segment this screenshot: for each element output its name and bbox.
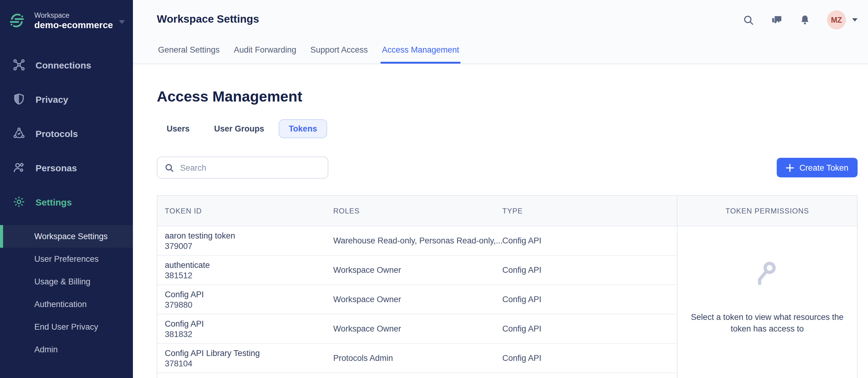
sidebar-item-label: Settings bbox=[35, 197, 72, 207]
subnav-label: Admin bbox=[34, 345, 58, 354]
sidebar-item-label: Protocols bbox=[35, 128, 78, 139]
page-title: Access Management bbox=[157, 88, 868, 105]
sidebar-item-label: Personas bbox=[35, 162, 77, 173]
subnav-item-authentication[interactable]: Authentication bbox=[0, 293, 133, 316]
workspace-info: Workspace demo-ecommerce bbox=[34, 11, 116, 30]
key-icon bbox=[753, 260, 781, 290]
token-id: 381512 bbox=[165, 270, 333, 280]
table-row[interactable]: aaron testing token 379007 Warehouse Rea… bbox=[157, 226, 677, 256]
workspace-caret-down-icon[interactable] bbox=[118, 15, 126, 27]
subnav-item-workspace-settings[interactable]: Workspace Settings bbox=[0, 225, 133, 248]
app-root: Workspace demo-ecommerce Connections bbox=[0, 0, 868, 378]
subnav-label: Authentication bbox=[34, 300, 87, 309]
token-roles: Protocols Admin bbox=[333, 353, 502, 363]
table-row[interactable]: Config API Library Testing 378104 Protoc… bbox=[157, 344, 677, 373]
shield-icon bbox=[12, 92, 26, 106]
tab-users[interactable]: Users bbox=[157, 119, 199, 138]
tab-user-groups[interactable]: User Groups bbox=[204, 119, 274, 138]
plus-icon bbox=[786, 164, 794, 172]
table-row[interactable]: Config API 379880 Workspace Owner Config… bbox=[157, 285, 677, 314]
token-type: Config API bbox=[502, 324, 541, 333]
subnav-item-usage-billing[interactable]: Usage & Billing bbox=[0, 270, 133, 293]
sidebar-item-label: Connections bbox=[35, 60, 91, 70]
token-name: Config API bbox=[165, 289, 333, 299]
bell-icon[interactable] bbox=[799, 14, 811, 26]
table-row[interactable]: authenticate 381512 Workspace Owner Conf… bbox=[157, 256, 677, 285]
token-name: aaron testing token bbox=[165, 230, 333, 241]
tab-audit-forwarding[interactable]: Audit Forwarding bbox=[234, 45, 296, 64]
subnav-item-end-user-privacy[interactable]: End User Privacy bbox=[0, 316, 133, 338]
create-token-button[interactable]: Create Token bbox=[777, 158, 858, 177]
create-token-label: Create Token bbox=[799, 163, 848, 172]
subnav-label: End User Privacy bbox=[34, 322, 98, 332]
sidebar-item-personas[interactable]: Personas bbox=[0, 150, 133, 185]
avatar[interactable]: MZ bbox=[827, 10, 846, 29]
table-body: aaron testing token 379007 Warehouse Rea… bbox=[157, 226, 857, 378]
gear-icon bbox=[12, 195, 26, 209]
tokens-table: TOKEN ID ROLES TYPE TOKEN PERMISSIONS aa… bbox=[157, 195, 858, 378]
token-type: Config API bbox=[502, 236, 541, 245]
token-name: authenticate bbox=[165, 260, 333, 270]
sidebar-item-privacy[interactable]: Privacy bbox=[0, 82, 133, 116]
token-name: Config API bbox=[165, 318, 333, 329]
token-roles: Workspace Owner bbox=[333, 324, 502, 333]
settings-tabs: General Settings Audit Forwarding Suppor… bbox=[158, 45, 459, 64]
chat-icon[interactable] bbox=[771, 14, 783, 26]
sidebar-item-label: Privacy bbox=[35, 94, 68, 104]
subnav-label: User Preferences bbox=[34, 254, 99, 264]
search-icon[interactable] bbox=[742, 14, 755, 26]
access-tabs: Users User Groups Tokens bbox=[157, 119, 868, 138]
token-type: Config API bbox=[502, 295, 541, 304]
user-menu-caret-down-icon bbox=[851, 18, 858, 22]
toolbar: Create Token bbox=[157, 157, 868, 179]
subnav-label: Workspace Settings bbox=[34, 232, 108, 241]
personas-icon bbox=[12, 161, 26, 174]
token-type: Config API bbox=[502, 353, 541, 363]
table-row[interactable]: Config API 381832 Workspace Owner Config… bbox=[157, 314, 677, 344]
user-menu[interactable]: MZ bbox=[827, 10, 858, 29]
table-header: TOKEN ID ROLES TYPE TOKEN PERMISSIONS bbox=[157, 196, 857, 226]
empty-state-text: Select a token to view what resources th… bbox=[686, 311, 848, 335]
tab-tokens[interactable]: Tokens bbox=[279, 119, 327, 138]
tab-general-settings[interactable]: General Settings bbox=[158, 45, 220, 64]
sidebar-item-settings[interactable]: Settings bbox=[0, 185, 133, 219]
content: Access Management Users User Groups Toke… bbox=[133, 64, 868, 378]
subnav-item-user-preferences[interactable]: User Preferences bbox=[0, 248, 133, 270]
token-id: 381832 bbox=[165, 329, 333, 339]
search-input[interactable] bbox=[180, 163, 321, 172]
column-header-roles: ROLES bbox=[333, 196, 502, 226]
connections-icon bbox=[12, 58, 26, 72]
segment-logo-icon bbox=[9, 13, 25, 28]
workspace-label: Workspace bbox=[34, 11, 116, 19]
token-roles: Warehouse Read-only, Personas Read-only,… bbox=[333, 236, 502, 245]
subnav-label: Usage & Billing bbox=[34, 277, 90, 286]
column-header-token-id: TOKEN ID bbox=[157, 196, 333, 226]
token-rows: aaron testing token 379007 Warehouse Rea… bbox=[157, 226, 677, 378]
token-id: 379007 bbox=[165, 241, 333, 251]
column-header-type: TYPE bbox=[502, 196, 677, 226]
token-permissions-panel: Select a token to view what resources th… bbox=[677, 226, 857, 378]
token-roles: Workspace Owner bbox=[333, 266, 502, 275]
column-header-token-permissions: TOKEN PERMISSIONS bbox=[677, 196, 857, 226]
workspace-name: demo-ecommerce bbox=[34, 19, 116, 30]
top-bar: Workspace Settings General Settings Audi… bbox=[133, 0, 868, 64]
protocols-icon bbox=[12, 127, 26, 140]
token-id: 378104 bbox=[165, 358, 333, 369]
sidebar-nav: Connections Privacy bbox=[0, 48, 133, 219]
sidebar: Workspace demo-ecommerce Connections bbox=[0, 0, 133, 378]
workspace-switcher[interactable]: Workspace demo-ecommerce bbox=[0, 0, 133, 32]
token-type: Config API bbox=[502, 266, 541, 275]
subnav-item-admin[interactable]: Admin bbox=[0, 338, 133, 361]
token-roles: Workspace Owner bbox=[333, 295, 502, 304]
token-search[interactable] bbox=[157, 157, 328, 179]
search-icon bbox=[164, 162, 175, 173]
tab-support-access[interactable]: Support Access bbox=[310, 45, 368, 64]
settings-subnav: Workspace Settings User Preferences Usag… bbox=[0, 225, 133, 361]
tab-access-management[interactable]: Access Management bbox=[382, 45, 459, 64]
top-actions: MZ bbox=[742, 10, 858, 29]
sidebar-item-connections[interactable]: Connections bbox=[0, 48, 133, 82]
sidebar-item-protocols[interactable]: Protocols bbox=[0, 116, 133, 150]
main-area: Workspace Settings General Settings Audi… bbox=[133, 0, 868, 378]
token-id: 379880 bbox=[165, 299, 333, 310]
token-name: Config API Library Testing bbox=[165, 348, 333, 358]
